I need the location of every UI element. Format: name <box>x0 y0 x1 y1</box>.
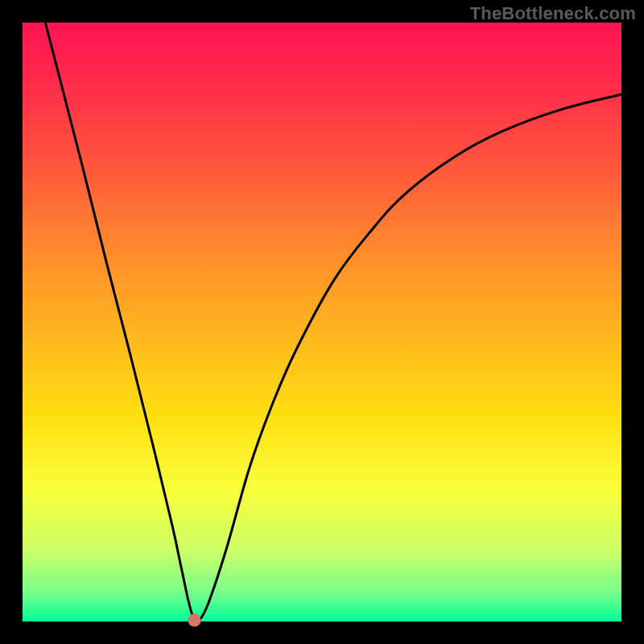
plot-area <box>23 23 621 621</box>
bottleneck-curve <box>23 23 621 621</box>
chart-frame: TheBottleneck.com <box>0 0 644 644</box>
watermark-text: TheBottleneck.com <box>470 3 636 24</box>
curve-path <box>45 23 621 622</box>
minimum-marker <box>188 614 201 627</box>
